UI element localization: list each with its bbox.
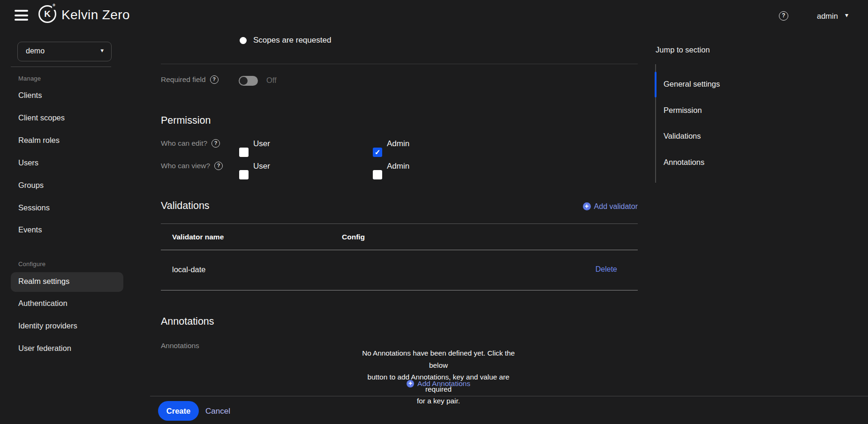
scopes-requested-option[interactable]: Scopes are requested xyxy=(240,36,331,45)
empty-state-line: No Annotations have been defined yet. Cl… xyxy=(357,347,520,371)
radio-selected-icon[interactable] xyxy=(240,37,247,44)
jump-item-validations[interactable]: Validations xyxy=(664,132,701,141)
sidebar-divider xyxy=(11,67,111,67)
sidebar-section-configure: Configure xyxy=(18,260,45,268)
required-field-help-icon[interactable]: ? xyxy=(210,75,219,84)
empty-state-line: for a key pair. xyxy=(357,395,520,407)
edit-user-checkbox[interactable] xyxy=(239,148,249,157)
create-button[interactable]: Create xyxy=(158,401,199,421)
annotations-empty-state: No Annotations have been defined yet. Cl… xyxy=(357,347,520,407)
annotations-section-title: Annotations xyxy=(161,316,214,327)
edit-admin-checkbox[interactable]: ✓ xyxy=(373,148,382,157)
jump-panel-title: Jump to section xyxy=(656,45,710,54)
toggle-knob xyxy=(240,77,248,85)
who-can-view-help-icon[interactable]: ? xyxy=(214,162,223,170)
column-header-config: Config xyxy=(342,233,365,241)
plus-icon: + xyxy=(583,202,591,210)
cancel-link[interactable]: Cancel xyxy=(205,407,230,416)
sidebar-item-authentication[interactable]: Authentication xyxy=(18,299,68,308)
sidebar-item-sessions[interactable]: Sessions xyxy=(18,203,50,212)
left-sidebar: demo ▾ Manage Clients Client scopes Real… xyxy=(0,0,131,424)
jump-item-annotations[interactable]: Annotations xyxy=(664,158,704,167)
sidebar-item-realm-settings[interactable]: Realm settings xyxy=(11,272,123,292)
table-header-divider xyxy=(161,250,638,250)
sidebar-item-label: Realm settings xyxy=(18,277,69,286)
view-admin-label: Admin xyxy=(387,162,409,171)
realm-caret-down-icon: ▾ xyxy=(100,47,104,54)
sidebar-item-events[interactable]: Events xyxy=(18,225,42,234)
table-top-divider xyxy=(161,223,638,224)
add-validator-label: Add validator xyxy=(594,202,638,211)
sidebar-item-clients[interactable]: Clients xyxy=(18,91,42,100)
edit-admin-label: Admin xyxy=(387,139,409,149)
edit-user-label: User xyxy=(253,139,270,149)
plus-icon: + xyxy=(407,380,414,387)
sidebar-item-realm-roles[interactable]: Realm roles xyxy=(18,136,60,145)
main-content: Scopes are requested Required field ? Of… xyxy=(161,0,638,424)
user-caret-down-icon[interactable]: ▾ xyxy=(845,11,848,19)
sidebar-item-identity-providers[interactable]: Identity providers xyxy=(18,321,77,330)
section-divider xyxy=(161,64,638,64)
required-field-text: Required field xyxy=(161,75,206,84)
who-can-view-text: Who can view? xyxy=(161,162,210,170)
annotations-field-label: Annotations xyxy=(161,342,199,350)
sidebar-item-user-federation[interactable]: User federation xyxy=(18,344,71,353)
validations-section-title: Validations xyxy=(161,200,210,212)
add-annotations-button[interactable]: + Add Annotations xyxy=(407,379,470,388)
help-icon[interactable]: ? xyxy=(779,11,788,21)
column-header-validator-name: Validator name xyxy=(172,233,224,241)
jump-item-permission[interactable]: Permission xyxy=(664,106,702,115)
view-user-label: User xyxy=(253,162,270,171)
sidebar-item-groups[interactable]: Groups xyxy=(18,181,44,190)
who-can-view-row: Who can view? ? User Admin xyxy=(161,162,638,172)
validator-name-cell: local-date xyxy=(172,265,206,274)
required-field-toggle[interactable] xyxy=(239,76,258,86)
who-can-edit-help-icon[interactable]: ? xyxy=(211,139,220,148)
jump-item-general-settings[interactable]: General settings xyxy=(664,80,720,89)
realm-selector-value: demo xyxy=(26,47,45,55)
permission-section-title: Permission xyxy=(161,115,211,126)
who-can-edit-row: Who can edit? ? User ✓ Admin xyxy=(161,139,638,149)
radio-label: Scopes are requested xyxy=(253,36,331,45)
toggle-state-label: Off xyxy=(266,76,277,85)
add-annotations-label: Add Annotations xyxy=(417,379,470,388)
footer-divider xyxy=(150,396,868,396)
jump-active-indicator xyxy=(655,72,657,97)
view-admin-checkbox[interactable] xyxy=(373,170,382,179)
user-menu[interactable]: admin xyxy=(817,12,838,21)
table-bottom-divider xyxy=(161,290,638,290)
who-can-edit-text: Who can edit? xyxy=(161,139,207,148)
sidebar-section-manage: Manage xyxy=(18,75,41,82)
sidebar-item-client-scopes[interactable]: Client scopes xyxy=(18,113,65,122)
realm-selector[interactable]: demo ▾ xyxy=(17,42,112,61)
add-validator-button[interactable]: + Add validator xyxy=(583,202,638,211)
required-field-label: Required field ? xyxy=(161,75,219,84)
view-user-checkbox[interactable] xyxy=(239,170,249,179)
delete-validator-link[interactable]: Delete xyxy=(596,265,617,274)
sidebar-item-users[interactable]: Users xyxy=(18,158,38,167)
